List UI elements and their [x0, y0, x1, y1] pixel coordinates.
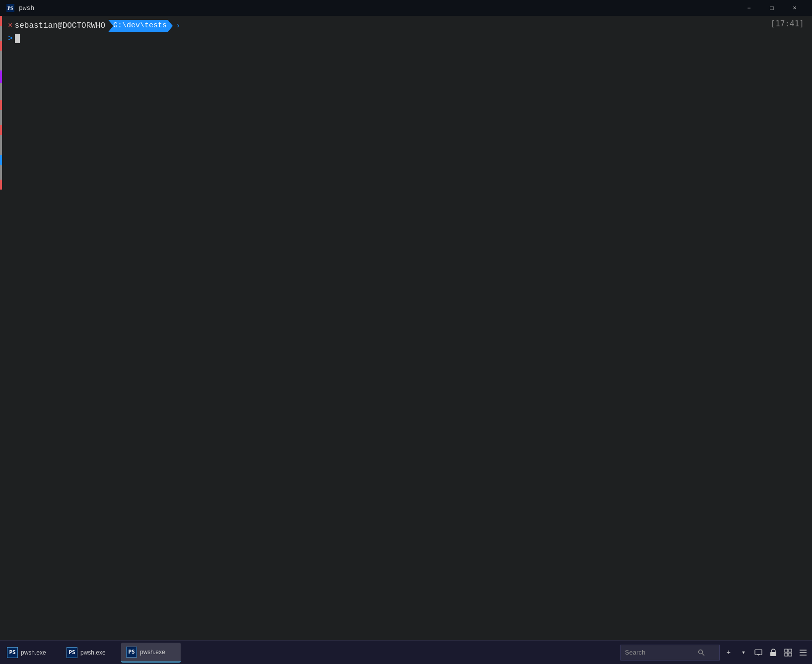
search-icon [697, 649, 705, 657]
taskbar-item-pwsh1[interactable]: PS pwsh.exe [2, 643, 62, 663]
svg-rect-8 [785, 649, 788, 652]
user-host: sebastian@DOCTORWHO [15, 20, 105, 32]
taskbar-search-box[interactable] [620, 645, 720, 661]
maximize-button[interactable]: □ [760, 0, 783, 16]
add-tab-button[interactable]: + [722, 646, 736, 660]
close-button[interactable]: × [783, 0, 806, 16]
taskbar-item-pwsh3[interactable]: PS pwsh.exe [121, 643, 181, 663]
svg-rect-9 [789, 649, 792, 652]
taskbar-item-pwsh2[interactable]: PS pwsh.exe [62, 643, 121, 663]
search-input[interactable] [625, 649, 694, 656]
terminal-area[interactable]: [17:41] × sebastian@DOCTORWHO G:\dev\tes… [0, 16, 812, 640]
prompt-chevron: > [8, 34, 13, 43]
time-display: [17:41] [771, 19, 804, 28]
window-controls: − □ × [738, 0, 806, 16]
taskbar-right-icons: + ▾ [722, 646, 810, 660]
window-button[interactable] [781, 646, 795, 660]
svg-line-3 [702, 653, 705, 656]
svg-rect-7 [770, 652, 776, 656]
minimize-button[interactable]: − [738, 0, 760, 16]
pwsh-icon-3: PS [126, 647, 137, 658]
app-icon: PS [6, 3, 15, 12]
svg-rect-11 [789, 653, 792, 656]
menu-button[interactable] [796, 646, 810, 660]
taskbar-label-2: pwsh.exe [80, 649, 106, 656]
monitor-button[interactable] [751, 646, 765, 660]
side-accents [0, 16, 3, 640]
current-path: G:\dev\tests [108, 20, 173, 32]
svg-rect-10 [785, 653, 788, 656]
svg-point-2 [699, 650, 703, 654]
taskbar-label-3: pwsh.exe [140, 649, 165, 656]
prompt-arrow: › [176, 20, 181, 32]
cursor [15, 34, 20, 43]
taskbar: PS pwsh.exe PS pwsh.exe PS pwsh.exe + ▾ [0, 640, 812, 664]
svg-text:PS: PS [7, 5, 13, 11]
pwsh-icon-1: PS [7, 647, 18, 658]
title-bar: PS pwsh − □ × [0, 0, 812, 16]
pwsh-icon-2: PS [67, 647, 77, 658]
svg-rect-4 [755, 650, 762, 655]
window-title: pwsh [19, 4, 738, 12]
error-indicator: × [8, 20, 13, 32]
dropdown-button[interactable]: ▾ [737, 646, 750, 660]
cursor-line[interactable]: > [8, 34, 804, 43]
prompt-line: × sebastian@DOCTORWHO G:\dev\tests › [8, 20, 804, 32]
lock-button[interactable] [766, 646, 780, 660]
taskbar-label-1: pwsh.exe [21, 649, 46, 656]
